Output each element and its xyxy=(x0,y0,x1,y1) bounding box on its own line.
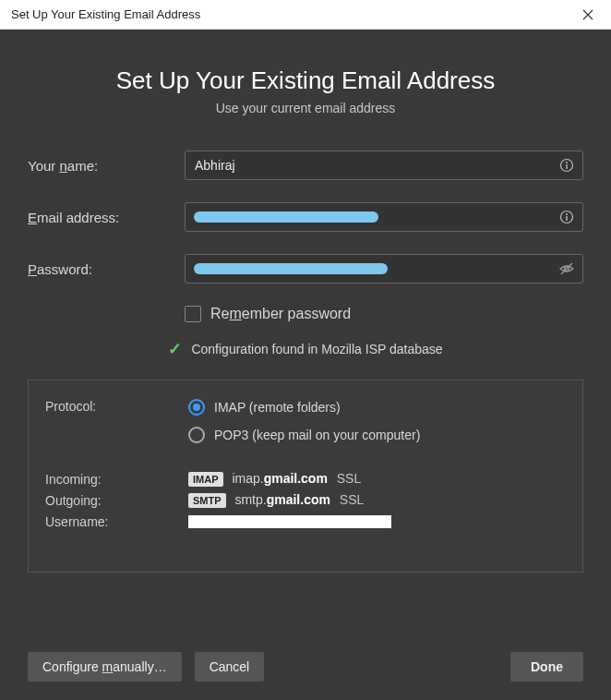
name-label: Your name: xyxy=(28,158,185,174)
check-icon: ✓ xyxy=(168,339,182,359)
username-row: Username: xyxy=(45,513,566,529)
remember-label: Remember password xyxy=(210,306,351,322)
radio-icon xyxy=(188,399,205,416)
status-message: ✓ Configuration found in Mozilla ISP dat… xyxy=(28,339,583,359)
dialog-body: Set Up Your Existing Email Address Use y… xyxy=(0,30,611,700)
svg-rect-5 xyxy=(566,216,567,221)
smtp-badge: SMTP xyxy=(188,493,226,508)
dialog-footer: Configure manually… Cancel Done xyxy=(28,630,583,682)
radio-imap[interactable]: IMAP (remote folders) xyxy=(188,399,420,416)
incoming-label: Incoming: xyxy=(45,472,188,487)
remember-row: Remember password xyxy=(185,306,583,322)
password-row: Password: xyxy=(28,254,583,284)
svg-line-7 xyxy=(561,263,572,274)
outgoing-row: Outgoing: SMTP smtp.gmail.com SSL xyxy=(45,492,566,508)
svg-rect-2 xyxy=(566,164,567,169)
info-icon[interactable] xyxy=(557,208,576,226)
incoming-row: Incoming: IMAP imap.gmail.com SSL xyxy=(45,471,566,487)
protocol-label: Protocol: xyxy=(45,399,188,414)
name-input[interactable] xyxy=(185,151,583,180)
redacted-username xyxy=(188,515,391,528)
name-row: Your name: xyxy=(28,151,583,180)
email-label: Email address: xyxy=(28,210,185,225)
radio-pop3[interactable]: POP3 (keep mail on your computer) xyxy=(188,427,420,443)
incoming-ssl: SSL xyxy=(337,471,361,486)
window-titlebar: Set Up Your Existing Email Address xyxy=(0,0,611,30)
incoming-server: imap.gmail.com xyxy=(232,471,327,486)
redacted-password xyxy=(194,263,388,274)
done-button[interactable]: Done xyxy=(510,652,583,682)
header: Set Up Your Existing Email Address Use y… xyxy=(28,66,583,115)
outgoing-server: smtp.gmail.com xyxy=(234,492,329,507)
protocol-row: Protocol: IMAP (remote folders) POP3 (ke… xyxy=(45,399,566,443)
email-row: Email address: xyxy=(28,202,583,232)
redacted-email xyxy=(194,211,378,223)
close-icon[interactable] xyxy=(567,1,609,29)
page-title: Set Up Your Existing Email Address xyxy=(28,66,583,95)
window-title: Set Up Your Existing Email Address xyxy=(11,7,200,21)
remember-checkbox[interactable] xyxy=(185,306,201,322)
password-label: Password: xyxy=(28,261,185,277)
status-text: Configuration found in Mozilla ISP datab… xyxy=(191,342,442,356)
page-subtitle: Use your current email address xyxy=(28,101,583,115)
username-label: Username: xyxy=(45,514,188,529)
configure-manually-button[interactable]: Configure manually… xyxy=(28,652,182,682)
config-panel: Protocol: IMAP (remote folders) POP3 (ke… xyxy=(28,380,583,573)
outgoing-label: Outgoing: xyxy=(45,493,188,508)
imap-badge: IMAP xyxy=(188,472,223,487)
radio-icon xyxy=(188,427,205,443)
eye-off-icon[interactable] xyxy=(557,259,576,278)
info-icon[interactable] xyxy=(557,156,576,175)
svg-point-1 xyxy=(566,162,568,163)
svg-point-4 xyxy=(566,213,568,215)
outgoing-ssl: SSL xyxy=(340,492,364,507)
cancel-button[interactable]: Cancel xyxy=(195,652,265,682)
